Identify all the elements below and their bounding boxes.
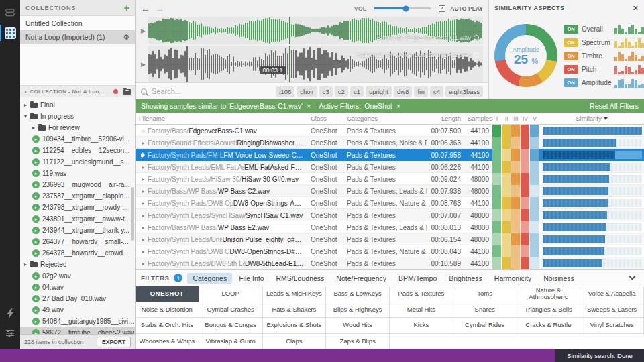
volume-thumb[interactable] <box>402 5 409 11</box>
column-header-filename[interactable]: Filename <box>136 115 307 122</box>
tree-folder[interactable]: ▾In progress <box>20 111 135 122</box>
column-header-similarity[interactable]: Similarity <box>539 115 644 122</box>
tree-file[interactable]: ▸27 Bad Day_010.wav <box>20 293 135 304</box>
category-cell[interactable]: Toms <box>453 286 517 302</box>
table-row[interactable]: ▸Factory/Synth Leads/Unis... Unison Puls… <box>136 233 644 245</box>
aspect-column-header[interactable]: II <box>502 115 511 122</box>
search-tag[interactable]: c4 <box>430 86 443 97</box>
play-icon[interactable]: ▸ <box>139 200 148 206</box>
column-header-class[interactable]: Class <box>307 115 343 122</box>
aspect-on-toggle[interactable]: ON <box>564 25 578 34</box>
table-row[interactable]: ▸Factory/Bass/WP Bass/ WP Bass C2.wavOne… <box>136 185 644 197</box>
category-cell[interactable]: Explosions & Shots <box>263 318 327 334</box>
audio-file-icon[interactable]: ▸ <box>32 329 40 334</box>
filter-tab-brightness[interactable]: Brightness <box>443 273 488 284</box>
audio-file-icon[interactable]: ▸ <box>32 318 40 325</box>
filter-tab-noisiness[interactable]: Noisiness <box>538 273 580 284</box>
category-cell[interactable]: Blips & HighKeys <box>326 302 390 318</box>
filter-tab-categories[interactable]: Categories <box>187 273 232 284</box>
caret-icon[interactable]: ▸ <box>24 261 30 267</box>
category-cell[interactable]: Stabs & Orch. Hits <box>136 318 199 334</box>
tree-file[interactable]: ▸119.wav <box>20 168 135 179</box>
reset-all-filters-button[interactable]: Reset All Filters <box>590 102 639 110</box>
tree-file[interactable]: ▸243944__xtrgamr__thank-y... <box>20 225 135 236</box>
search-tag[interactable]: c1 <box>350 86 364 97</box>
clear-similarity-icon[interactable]: × <box>306 103 311 110</box>
filter-tab-file-info[interactable]: File Info <box>233 273 269 284</box>
aspect-column-header[interactable]: IV <box>521 115 530 122</box>
similarity-ring-icon[interactable] <box>474 35 479 40</box>
collection-item[interactable]: Not a Loop (Imported) (1)⚙ <box>20 30 135 44</box>
sidebar-scrollbar[interactable] <box>131 187 134 241</box>
search-tag[interactable]: choir <box>297 86 317 97</box>
tree-file[interactable]: ▸243801__xtrgamr__awww-t... <box>20 213 135 225</box>
table-row[interactable]: ▸Factory/Synth Pads/DW8 Op... DW8-OpenSt… <box>136 245 644 257</box>
table-row[interactable]: ▸Factory/Synth Leads/EML Fat Aske... EML… <box>136 161 644 173</box>
tree-file[interactable]: ▸264378__howardv__crowd... <box>20 247 135 259</box>
audio-file-icon[interactable]: ▸ <box>32 170 40 177</box>
table-row[interactable]: ▸Factory/Synth Leads/HiSaw 30/ HiSaw 30 … <box>136 173 644 185</box>
audio-file-icon[interactable]: ▸ <box>32 192 40 200</box>
audio-file-icon[interactable]: ▸ <box>32 249 40 257</box>
selected-waveform[interactable]: 00:03.1 Selected: FM-Voice-Low-Sweep-C2.… <box>148 46 483 82</box>
tree-file[interactable]: ▸109434__timbre__52906-vl... <box>20 133 135 145</box>
audio-file-icon[interactable]: ▸ <box>32 204 40 211</box>
category-cell[interactable]: Bongos & Congas <box>199 318 263 334</box>
aspect-column-header[interactable]: I <box>492 115 502 122</box>
library-icon[interactable] <box>0 3 20 23</box>
search-tag[interactable]: c2 <box>335 86 348 97</box>
play-icon[interactable]: ▸ <box>139 140 148 146</box>
table-row[interactable]: ▸Factory/Bass/WP Bass/ WP Bass E2.wavOne… <box>136 221 644 233</box>
audio-file-icon[interactable]: ▸ <box>32 158 40 166</box>
category-cell[interactable]: Pads & Textures <box>390 286 453 302</box>
search-tag[interactable]: j106 <box>276 86 294 97</box>
category-cell[interactable]: Voice & Acapella <box>580 286 644 302</box>
audio-file-icon[interactable]: ▸ <box>32 147 40 154</box>
audio-file-icon[interactable]: ▸ <box>32 306 40 314</box>
collection-tree-header[interactable]: ▴ COLLECTION - Not A Loo... <box>20 86 135 97</box>
tree-file[interactable]: ▸58672__timtube__cheer-2.wav <box>20 327 135 334</box>
nav-back-button[interactable]: ← <box>141 4 150 13</box>
category-cell[interactable]: Nature & Athmosoheric <box>517 286 581 302</box>
aspect-column-header[interactable]: III <box>511 115 521 122</box>
category-cell[interactable]: Noise & Distortion <box>136 302 199 318</box>
nav-forward-button[interactable]: → <box>155 4 164 13</box>
collapse-caret-icon[interactable]: ▴ <box>24 88 27 95</box>
audio-file-icon[interactable]: ▸ <box>32 272 40 280</box>
category-cell[interactable]: ONESHOT <box>136 286 199 302</box>
search-tag[interactable]: c3 <box>319 86 333 97</box>
tree-file[interactable]: ▸04.wav <box>20 282 135 293</box>
tree-file[interactable]: ▸236993__mugwood__air-ra... <box>20 179 135 190</box>
aspect-on-toggle[interactable]: ON <box>564 38 578 47</box>
tree-file[interactable]: ▸264377__howardv__small-... <box>20 236 135 247</box>
category-cell[interactable]: Vibraslap & Guiro <box>199 334 263 349</box>
caret-icon[interactable]: ▸ <box>32 125 38 131</box>
tree-file[interactable]: ▸117122__unclesigmund__s... <box>20 156 135 168</box>
category-cell[interactable]: Zaps & Blips <box>326 334 390 349</box>
column-header-length[interactable]: Length <box>427 115 464 122</box>
record-status-icon[interactable] <box>113 89 118 94</box>
table-row[interactable]: ▸Factory/Sound Effects/Acoustic/ Ringing… <box>136 137 644 149</box>
play-icon[interactable]: ▸ <box>139 164 148 170</box>
aspect-on-toggle[interactable]: ON <box>564 78 578 87</box>
add-collection-button[interactable]: + <box>124 3 129 13</box>
category-cell[interactable]: Bass & LowKeys <box>326 286 390 302</box>
category-cell[interactable]: LOOP <box>199 286 263 302</box>
tree-file[interactable]: ▸54084__guitarguy1985__civild... <box>20 316 135 327</box>
table-row[interactable]: ▸Factory/Synth Leads/DW8 5th Lead/ DW8-5… <box>136 257 644 269</box>
audio-file-icon[interactable]: ▸ <box>32 215 40 223</box>
collection-item[interactable]: Untitled Collection <box>20 17 135 30</box>
category-cell[interactable]: Cymbal Crashes <box>199 302 263 318</box>
play-icon[interactable]: ▸ <box>139 225 148 231</box>
search-input[interactable] <box>152 87 246 95</box>
table-row[interactable]: ▸Factory/Synth Pads/DW8 Ope... DW8-OpenS… <box>136 197 644 209</box>
category-cell[interactable]: Triangles & Bells <box>517 302 581 318</box>
tree-folder[interactable]: ▸Rejected <box>20 259 135 270</box>
search-tag[interactable]: eight3bass <box>445 86 483 97</box>
category-cell[interactable]: Snares <box>453 302 517 318</box>
category-cell[interactable]: Leads & MidHiKeys <box>263 286 327 302</box>
play-icon[interactable]: ▸ <box>139 213 148 219</box>
aspect-column-header[interactable]: V <box>530 115 539 122</box>
play-similarity-button[interactable]: ▶ <box>138 17 148 44</box>
tree-file[interactable]: ▸49.wav <box>20 304 135 316</box>
